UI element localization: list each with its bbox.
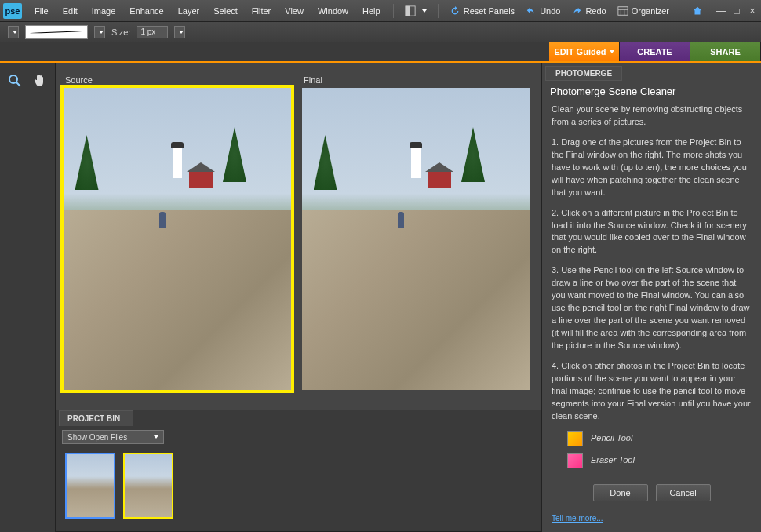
- hand-tool[interactable]: [31, 72, 49, 89]
- bin-thumbnail-2[interactable]: [125, 454, 172, 517]
- svg-rect-2: [618, 6, 628, 15]
- workspace: Source Final PROJECT BIN Show Open Files: [55, 63, 541, 532]
- tell-me-more-link[interactable]: Tell me more...: [542, 509, 761, 532]
- layout-switcher[interactable]: [400, 3, 431, 19]
- cancel-button[interactable]: Cancel: [656, 484, 711, 501]
- panel-title: Photomerge Scene Cleaner: [542, 81, 761, 100]
- menu-enhance[interactable]: Enhance: [123, 3, 169, 19]
- svg-line-7: [16, 82, 20, 86]
- panel-step-1: 1. Drag one of the pictures from the Pro…: [552, 137, 752, 199]
- menu-layer[interactable]: Layer: [172, 3, 206, 19]
- panel-instructions: Clean your scene by removing obstructing…: [542, 100, 761, 476]
- brush-dropdown[interactable]: [94, 26, 105, 38]
- pencil-label: Pencil Tool: [591, 432, 632, 445]
- menu-file[interactable]: File: [28, 3, 55, 19]
- eraser-label: Eraser Tool: [591, 454, 635, 467]
- tab-create[interactable]: CREATE: [620, 42, 690, 61]
- undo-button[interactable]: Undo: [521, 3, 565, 19]
- close-icon[interactable]: ×: [747, 5, 758, 16]
- menu-select[interactable]: Select: [207, 3, 244, 19]
- menu-help[interactable]: Help: [356, 3, 387, 19]
- tab-share[interactable]: SHARE: [690, 42, 761, 61]
- svg-rect-1: [406, 5, 410, 15]
- project-bin-tab[interactable]: PROJECT BIN: [59, 410, 133, 426]
- separator: [393, 4, 394, 18]
- source-label: Source: [65, 75, 294, 85]
- size-label: Size:: [111, 27, 130, 37]
- menu-bar: pse File Edit Image Enhance Layer Select…: [0, 0, 761, 22]
- panel-step-4: 4. Click on other photos in the Project …: [552, 360, 752, 423]
- menu-view[interactable]: View: [279, 3, 310, 19]
- undo-label: Undo: [540, 6, 560, 16]
- panel-step-2: 2. Click on a different picture in the P…: [552, 207, 752, 257]
- panel-step-3: 3. Use the Pencil tool on the left Sourc…: [552, 264, 752, 352]
- redo-button[interactable]: Redo: [566, 3, 610, 19]
- done-button[interactable]: Done: [593, 484, 648, 501]
- menu-image[interactable]: Image: [86, 3, 122, 19]
- project-bin: PROJECT BIN Show Open Files: [56, 410, 541, 531]
- mode-tabs: EDIT Guided CREATE SHARE: [0, 42, 761, 63]
- tool-preset-picker[interactable]: [8, 26, 19, 38]
- minimize-icon[interactable]: —: [715, 5, 726, 16]
- options-bar: Size: 1 px: [0, 22, 761, 42]
- photomerge-tab[interactable]: PHOTOMERGE: [545, 66, 622, 81]
- bin-filter-label: Show Open Files: [67, 433, 127, 442]
- app-logo: pse: [3, 3, 22, 19]
- reset-panels-button[interactable]: Reset Panels: [445, 3, 519, 19]
- organizer-label: Organizer: [632, 6, 669, 16]
- bin-thumbnail-1[interactable]: [67, 454, 114, 517]
- size-dropdown[interactable]: [174, 26, 185, 38]
- pencil-icon: [567, 431, 583, 446]
- menu-edit[interactable]: Edit: [56, 3, 84, 19]
- reset-panels-label: Reset Panels: [464, 6, 515, 16]
- zoom-tool[interactable]: [6, 72, 24, 89]
- guided-panel: PHOTOMERGE Photomerge Scene Cleaner Clea…: [541, 63, 761, 532]
- final-label: Final: [304, 75, 533, 85]
- organizer-button[interactable]: Organizer: [613, 3, 674, 19]
- pencil-tool-button[interactable]: Pencil Tool: [567, 431, 752, 446]
- toolbox: [0, 63, 55, 532]
- eraser-tool-button[interactable]: Eraser Tool: [567, 453, 752, 468]
- menu-window[interactable]: Window: [311, 3, 355, 19]
- eraser-icon: [567, 453, 583, 468]
- svg-point-6: [9, 75, 17, 83]
- maximize-icon[interactable]: □: [731, 5, 742, 16]
- separator: [438, 4, 439, 18]
- panel-intro: Clean your scene by removing obstructing…: [552, 104, 752, 129]
- menu-filter[interactable]: Filter: [246, 3, 277, 19]
- tab-edit-label: EDIT Guided: [555, 47, 606, 56]
- brush-preview[interactable]: [25, 25, 88, 39]
- size-input[interactable]: 1 px: [137, 26, 168, 38]
- source-canvas[interactable]: [64, 88, 291, 390]
- final-canvas[interactable]: [302, 88, 530, 390]
- redo-label: Redo: [585, 6, 606, 16]
- tab-edit-guided[interactable]: EDIT Guided: [549, 42, 620, 61]
- bin-filter-dropdown[interactable]: Show Open Files: [62, 430, 164, 444]
- home-button[interactable]: [687, 3, 708, 19]
